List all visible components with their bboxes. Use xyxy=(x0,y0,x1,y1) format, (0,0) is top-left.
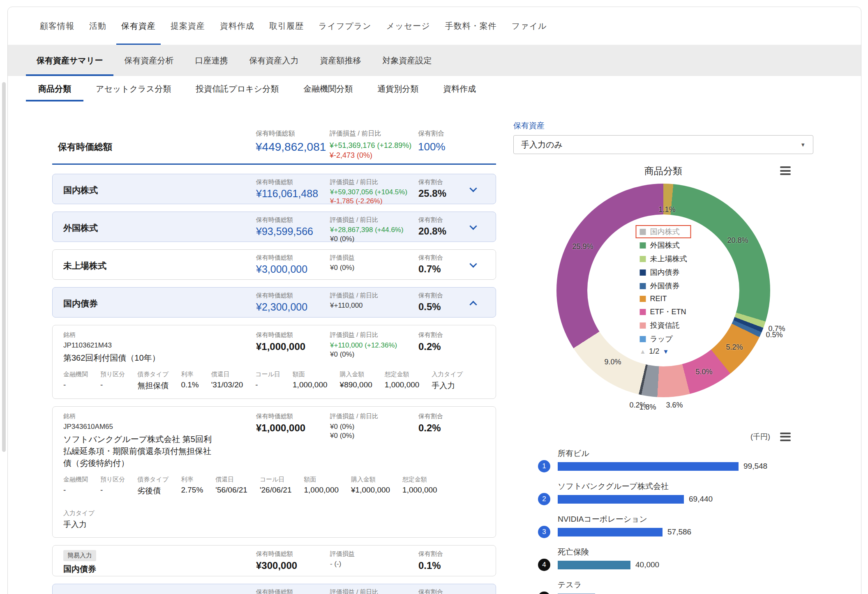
market-value-label: 保有時価総額 xyxy=(256,216,313,224)
tab-nav-item[interactable]: 金融機関分類 xyxy=(291,76,365,101)
unit-label: (千円) xyxy=(750,432,770,442)
gain-label: 評価損益 / 前日比 xyxy=(330,412,379,420)
sub-nav-item[interactable]: 口座連携 xyxy=(184,45,238,76)
top-nav-item[interactable]: 提案資産 xyxy=(163,7,212,45)
total-day-change: ¥-2,473 (0%) xyxy=(330,150,411,160)
top-nav-item[interactable]: ファイル xyxy=(504,7,554,45)
ratio-label: 保有割合 xyxy=(418,178,446,186)
legend-item[interactable]: 国内株式 xyxy=(636,225,691,238)
donut-segment-label: 0.5% xyxy=(766,331,783,339)
top-nav: 顧客情報活動保有資産提案資産資料作成取引履歴ライフプランメッセージ手数料・案件フ… xyxy=(8,7,861,45)
chevron-down-icon[interactable] xyxy=(469,260,477,267)
bond-ratio: 0.2% xyxy=(418,422,443,434)
chevron-up-icon[interactable] xyxy=(469,301,477,308)
top-nav-item[interactable]: ライフプラン xyxy=(311,7,379,45)
bond-code: JP343610AM65 xyxy=(63,423,217,431)
category-card-domestic-stocks[interactable]: 国内株式 保有時価総額 ¥116,061,488 評価損益 / 前日比 ¥+59… xyxy=(52,174,496,204)
gain-label: 評価損益 / 前日比 xyxy=(330,216,404,224)
chart-menu-icon[interactable] xyxy=(780,166,791,175)
sub-nav-item[interactable]: 対象資産設定 xyxy=(372,45,442,76)
bar[interactable] xyxy=(558,495,684,504)
top-nav-item[interactable]: 顧客情報 xyxy=(32,7,82,45)
tab-nav-item[interactable]: 資料作成 xyxy=(431,76,488,101)
category-name: 未上場株式 xyxy=(63,260,106,272)
legend-label: 国内債券 xyxy=(650,267,680,277)
donut-chart[interactable]: 国内株式外国株式未上場株式国内債券外国債券REITETF・ETN投資信託ラップ▲… xyxy=(556,184,770,397)
sub-nav-item[interactable]: 保有資産入力 xyxy=(238,45,309,76)
top-nav-item[interactable]: 手数料・案件 xyxy=(438,7,504,45)
holdings-link[interactable]: 保有資産 xyxy=(513,120,545,131)
donut-segment-label: 0.2% xyxy=(629,401,646,410)
bond-field: 債券タイプ無担保債 xyxy=(137,371,169,391)
category-card-domestic-bonds[interactable]: 国内債券 保有時価総額 ¥2,300,000 評価損益 / 前日比 ¥+110,… xyxy=(52,287,496,318)
legend-swatch xyxy=(640,229,646,235)
category-card-unlisted-stocks[interactable]: 未上場株式 保有時価総額 ¥3,000,000 評価損益 ¥0 (0%) 保有割… xyxy=(52,249,496,280)
category-gain: ¥+59,307,056 (+104.5%) xyxy=(330,188,407,197)
legend-item[interactable]: 国内債券 xyxy=(636,266,691,279)
gain-label: 評価損益 xyxy=(330,254,355,262)
legend-label: 投資信託 xyxy=(650,320,680,330)
top-nav-item[interactable]: メッセージ xyxy=(379,7,438,45)
legend-label: 外国株式 xyxy=(650,240,680,250)
tab-nav-item[interactable]: 通貨別分類 xyxy=(365,76,431,101)
tab-nav-item[interactable]: アセットクラス分類 xyxy=(83,76,183,101)
category-gain: ¥+110,000 xyxy=(330,301,379,310)
sub-nav-item[interactable]: 保有資産サマリー xyxy=(26,45,113,76)
total-market-value: ¥449,862,081 xyxy=(256,140,326,154)
bar[interactable] xyxy=(558,462,739,471)
legend-item[interactable]: ラップ xyxy=(636,332,691,345)
market-value-label: 保有時価総額 xyxy=(256,550,297,558)
top-nav-item[interactable]: 資料作成 xyxy=(212,7,262,45)
bond-field: 想定金額1,000,000 xyxy=(385,371,420,391)
top-nav-item[interactable]: 活動 xyxy=(82,7,114,45)
bond-field: 利率0.1% xyxy=(181,371,199,391)
ratio-label: 保有割合 xyxy=(418,129,446,138)
bar-value: 99,548 xyxy=(743,462,767,471)
bar-label: NVIDIAコーポレーション xyxy=(558,514,813,525)
bond-value: ¥1,000,000 xyxy=(256,422,305,434)
legend-item[interactable]: 投資信託 xyxy=(636,319,691,332)
bond-field: 償還日'56/06/21 xyxy=(215,476,247,496)
chevron-down-icon[interactable] xyxy=(469,222,477,230)
bar[interactable] xyxy=(558,561,630,569)
total-gain: ¥+51,369,176 (+12.89%) xyxy=(330,140,411,150)
legend-item[interactable]: 外国株式 xyxy=(636,239,691,252)
legend-item[interactable]: ETF・ETN xyxy=(636,305,691,318)
input-filter-select[interactable]: 手入力のみ ▼ xyxy=(513,135,813,154)
legend-page-down-icon[interactable]: ▼ xyxy=(663,348,669,355)
bond-field: 利率2.75% xyxy=(181,476,203,496)
sub-nav: 保有資産サマリー保有資産分析口座連携保有資産入力資産額推移対象資産設定 xyxy=(8,45,861,76)
chevron-down-icon[interactable] xyxy=(469,184,477,192)
bar-label: ソフトバンクグループ株式会社 xyxy=(558,481,813,492)
bar-value: 40,000 xyxy=(635,560,659,569)
bar-label: 所有ビル xyxy=(558,448,813,459)
gain-label: 評価損益 xyxy=(330,550,355,558)
ratio-label: 保有割合 xyxy=(418,292,443,299)
legend-item[interactable]: 未上場株式 xyxy=(636,252,691,265)
legend-page-up-icon[interactable]: ▲ xyxy=(640,348,646,355)
category-value: ¥93,599,566 xyxy=(256,226,313,237)
simple-entry-value: ¥300,000 xyxy=(256,560,297,571)
category-card-foreign-stocks[interactable]: 外国株式 保有時価総額 ¥93,599,566 評価損益 / 前日比 ¥+28,… xyxy=(52,212,496,242)
legend-item[interactable]: 外国債券 xyxy=(636,279,691,292)
bond-value: ¥1,000,000 xyxy=(256,341,305,352)
sub-nav-item[interactable]: 資産額推移 xyxy=(309,45,372,76)
market-value-label: 保有時価総額 xyxy=(256,331,305,339)
bar-chart-menu-icon[interactable] xyxy=(780,433,791,441)
bond-detail-card: 銘柄 JP1103621M43 第362回利付国債（10年） 保有時価総額 ¥1… xyxy=(52,325,496,399)
category-gain: ¥+28,867,398 (+44.6%) xyxy=(330,226,404,235)
bar[interactable] xyxy=(558,528,663,536)
category-card-foreign-bonds[interactable]: 外国債券 保有時価総額 ¥2,602,808 評価損益 / 前日比 ¥+257,… xyxy=(52,584,496,594)
tab-nav-item[interactable]: 商品分類 xyxy=(26,76,83,101)
scrollbar[interactable] xyxy=(2,82,6,452)
ratio-label: 保有割合 xyxy=(418,331,443,339)
legend-item[interactable]: REIT xyxy=(636,293,691,305)
holdings-list: 保有時価総額 保有時価総額 ¥449,862,081 評価損益 / 前日比 ¥+… xyxy=(52,101,496,594)
sub-nav-item[interactable]: 保有資産分析 xyxy=(113,45,184,76)
top-nav-item[interactable]: 取引履歴 xyxy=(262,7,311,45)
tab-nav-item[interactable]: 投資信託プロキシ分類 xyxy=(183,76,291,101)
category-name: 国内株式 xyxy=(63,184,98,196)
category-value: ¥2,300,000 xyxy=(256,301,307,313)
top-nav-item[interactable]: 保有資産 xyxy=(114,7,163,45)
bar-row: 2ソフトバンクグループ株式会社69,440 xyxy=(538,481,813,504)
